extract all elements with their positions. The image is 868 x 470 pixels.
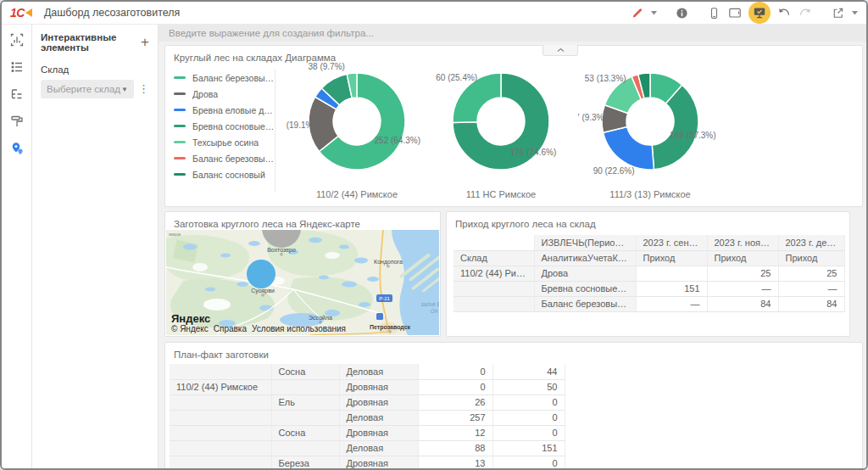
table-cell: Береза — [271, 456, 339, 468]
table-cell — [453, 296, 534, 311]
undo-icon[interactable] — [776, 5, 792, 20]
table-row: ИЗВЛЕЧЬ(Период, ГОД, МЕ...2023 г. сентяб… — [453, 235, 844, 250]
donut-slice-label: 149 (37.3%) — [670, 131, 715, 140]
warehouse-dropdown-value: Выберите склад — [47, 84, 121, 94]
donut-chart: 149 (37.3%)90 (22.6%)37 (9.3%)53 (13.3%)… — [578, 58, 722, 199]
legend-swatch-icon — [174, 109, 186, 111]
table-cell: 2023 г. декабрь 1 — [778, 235, 844, 250]
table-cell: 44 — [492, 364, 565, 379]
harvest-bubble-blue[interactable] — [247, 260, 275, 288]
legend-label: Баланс березовый тонкий — [192, 73, 275, 83]
legend-item[interactable]: Техсырье осина — [174, 134, 275, 150]
planfact-table: СоснаДеловая044110/2 (44) РимскоеДровяна… — [170, 364, 565, 468]
interactive-elements-panel: Интерактивные элементы + Склад Выберите … — [32, 25, 159, 468]
legend-label: Техсырье осина — [192, 137, 259, 148]
table-row[interactable]: СоснаДеловая044 — [170, 364, 565, 379]
map-help-link[interactable]: Справка — [214, 324, 247, 333]
table-cell: 2023 г. сентябрь 1 — [636, 235, 707, 250]
table-cell: 0 — [492, 425, 565, 440]
table-cell — [170, 364, 271, 379]
table-row[interactable]: Баланс березовый тонкий—8484 — [453, 296, 844, 311]
1c-logo-icon: 1С — [10, 6, 32, 20]
structure-tree-icon[interactable] — [5, 84, 29, 104]
yandex-map[interactable]: Р-21мараВохтозероСуоярвиКондопогаЭссойла… — [166, 230, 439, 335]
table-cell: 151 — [492, 440, 565, 456]
table-row[interactable]: Деловая88151 — [170, 440, 565, 456]
table-row[interactable]: 110/2 (44) РимскоеДрова2525 — [453, 266, 844, 281]
legend-swatch-icon — [174, 125, 186, 127]
open-external-caret-icon[interactable] — [851, 5, 858, 20]
table-cell: Баланс березовый тонкий — [534, 296, 636, 311]
donut-slice[interactable] — [604, 127, 654, 170]
table-cell: 88 — [418, 440, 492, 456]
logo-triangle-icon — [25, 8, 32, 17]
donut-slice-label: 90 (22.6%) — [593, 166, 635, 176]
arrival-table-panel: Приход круглого леса на склад ИЗВЛЕЧЬ(Пе… — [446, 211, 850, 337]
yandex-logo[interactable]: Яндекс — [171, 314, 351, 324]
table-cell: Деловая — [339, 364, 418, 379]
yandex-map-panel: Заготовка круглого леса на Яндекс-карте — [164, 211, 441, 337]
chevron-down-icon: ▼ — [121, 86, 128, 93]
geo-elements-icon[interactable] — [5, 138, 29, 159]
redo-icon[interactable] — [798, 5, 813, 20]
info-icon[interactable] — [674, 5, 689, 20]
table-cell: 0 — [492, 410, 565, 425]
table-cell: 26 — [418, 394, 492, 410]
donut-caption: 110/2 (44) Римское — [285, 189, 429, 199]
map-label: залив Б. — [420, 301, 439, 307]
logo-text: 1С — [10, 6, 25, 20]
donut-slice-label: 75 (19.1%) — [285, 120, 316, 130]
map-terms-link[interactable]: Условия использования — [252, 324, 346, 333]
legend-item[interactable]: Баланс березовый толст... — [174, 150, 275, 166]
tablet-preview-icon[interactable] — [727, 5, 743, 20]
table-row[interactable]: 110/2 (44) РимскоеДровяная050 — [170, 379, 565, 394]
list-elements-icon[interactable] — [5, 57, 29, 77]
page-title: Дашборд лесозаготовителя — [44, 7, 180, 19]
chart-elements-icon[interactable] — [5, 30, 29, 50]
table-cell: 0 — [492, 394, 565, 410]
table-cell: 84 — [707, 296, 778, 311]
filter-expression-input[interactable]: Введите выражение для создания фильтра..… — [159, 25, 866, 42]
table-row[interactable]: БерезаДровяная130 — [170, 456, 565, 468]
design-roller-icon[interactable] — [5, 111, 29, 131]
legend-item[interactable]: Дрова — [174, 86, 275, 102]
legend-label: Бревна еловые для распи... — [192, 105, 275, 115]
table-cell: — — [707, 281, 778, 296]
table-cell: 0 — [492, 456, 565, 468]
kebab-menu-icon[interactable]: ⋮ — [138, 85, 149, 93]
table-cell: Приход — [707, 250, 778, 266]
table-cell — [170, 394, 271, 410]
table-row[interactable]: Бревна сосновые для расп...151—— — [453, 281, 844, 296]
map-label: Кондопога — [374, 259, 403, 266]
planfact-panel-title: План-факт заготовки — [165, 343, 862, 360]
table-cell: 110/2 (44) Римское — [170, 379, 271, 394]
road-badge: Р-21 — [376, 294, 392, 302]
add-element-button[interactable]: + — [141, 36, 149, 48]
legend-item[interactable]: Бревна сосновые для рас... — [174, 118, 275, 134]
donut-slice-label: 252 (64.3%) — [375, 136, 420, 145]
table-cell: Дровяная — [339, 379, 418, 394]
table-cell: Деловая — [339, 410, 418, 425]
table-cell: 0 — [418, 364, 492, 379]
donut-slice-label: 37 (9.3%) — [578, 113, 607, 122]
warehouse-dropdown[interactable]: Выберите склад ▼ — [41, 80, 134, 98]
phone-preview-icon[interactable] — [706, 5, 721, 20]
table-cell: 2023 г. ноябрь 1 — [707, 235, 778, 250]
table-row[interactable]: ЕльДровяная260 — [170, 394, 565, 410]
edit-caret-icon[interactable] — [650, 5, 657, 20]
open-external-icon[interactable] — [830, 5, 845, 20]
legend-item[interactable]: Бревна еловые для распи... — [174, 102, 275, 118]
table-cell: Сосна — [271, 425, 339, 440]
table-row[interactable]: СоснаДровяная120 — [170, 425, 565, 440]
collapse-filter-tab[interactable] — [542, 45, 578, 56]
table-cell: 0 — [418, 379, 492, 394]
edit-pencil-icon[interactable] — [629, 5, 644, 20]
table-cell — [170, 440, 271, 456]
map-label: мара — [169, 232, 181, 237]
desktop-preview-icon[interactable] — [748, 2, 771, 24]
table-row[interactable]: Деловая2570 — [170, 410, 565, 425]
map-label: Петрозаводск — [370, 324, 411, 331]
legend-swatch-icon — [174, 173, 186, 176]
legend-item[interactable]: Баланс сосновый — [174, 166, 275, 182]
legend-item[interactable]: Баланс березовый тонкий — [174, 70, 275, 86]
